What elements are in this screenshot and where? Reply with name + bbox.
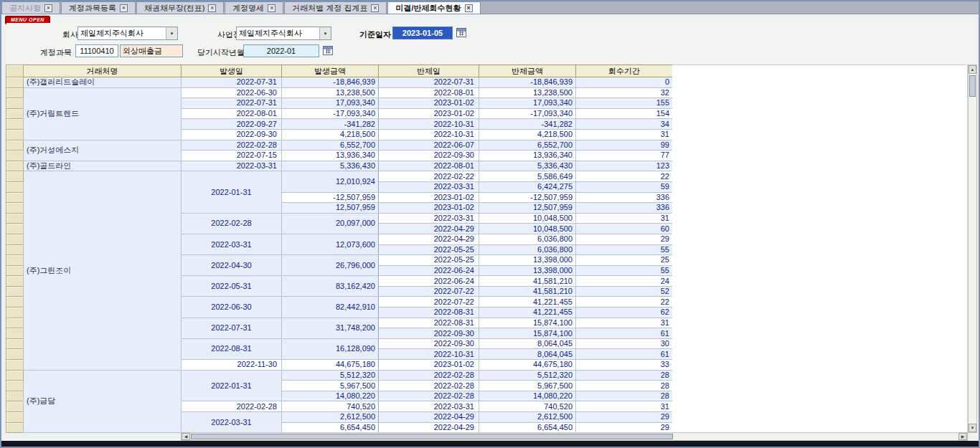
collection-period-cell[interactable]: 77 bbox=[576, 151, 673, 161]
row-header-cell[interactable] bbox=[6, 108, 24, 119]
settlement-amount-cell[interactable]: 6,036,800 bbox=[479, 244, 576, 255]
row-header-cell[interactable] bbox=[6, 297, 24, 308]
tab-close-icon[interactable]: × bbox=[371, 4, 379, 12]
issue-amount-cell[interactable]: 13,238,500 bbox=[282, 87, 379, 98]
settlement-amount-cell[interactable]: 740,520 bbox=[479, 401, 576, 412]
account-name-field[interactable] bbox=[120, 44, 183, 57]
base-date-input[interactable] bbox=[392, 27, 453, 39]
collection-period-cell[interactable]: 25 bbox=[576, 255, 673, 266]
column-header-collection-period[interactable]: 회수기간 bbox=[576, 65, 673, 77]
tab-5[interactable]: 미결/반제회수현황× bbox=[387, 1, 480, 14]
row-header-cell[interactable] bbox=[6, 234, 24, 244]
row-header-cell[interactable] bbox=[6, 87, 24, 98]
settlement-date-cell[interactable]: 2022-04-29 bbox=[379, 234, 479, 244]
customer-cell[interactable]: (주)거성에스지 bbox=[24, 140, 182, 161]
settlement-date-cell[interactable]: 2022-09-30 bbox=[379, 151, 479, 161]
issue-amount-cell[interactable]: -341,282 bbox=[282, 119, 379, 130]
tab-close-icon[interactable]: × bbox=[465, 4, 473, 12]
settlement-date-cell[interactable]: 2022-09-30 bbox=[379, 328, 479, 339]
customer-cell[interactable]: (주)금담 bbox=[24, 370, 182, 433]
row-header-cell[interactable] bbox=[6, 422, 24, 433]
collection-period-cell[interactable]: 31 bbox=[576, 318, 673, 328]
settlement-amount-cell[interactable]: 5,586,649 bbox=[479, 171, 576, 182]
column-header-issue-date[interactable]: 발생일 bbox=[182, 65, 282, 77]
issue-amount-cell[interactable]: 5,512,320 bbox=[282, 370, 379, 381]
settlement-date-cell[interactable]: 2022-04-29 bbox=[379, 224, 479, 234]
settlement-date-cell[interactable]: 2022-02-28 bbox=[379, 370, 479, 381]
issue-date-cell[interactable]: 2022-01-31 bbox=[182, 171, 282, 213]
settlement-date-cell[interactable]: 2022-02-22 bbox=[379, 171, 479, 182]
tab-close-icon[interactable]: × bbox=[268, 4, 275, 12]
settlement-date-cell[interactable]: 2022-05-25 bbox=[379, 244, 479, 255]
settlement-date-cell[interactable]: 2022-07-22 bbox=[379, 286, 479, 297]
collection-period-cell[interactable]: 29 bbox=[576, 422, 673, 433]
row-header-cell[interactable] bbox=[6, 129, 24, 140]
settlement-date-cell[interactable]: 2022-07-31 bbox=[379, 77, 479, 88]
settlement-amount-cell[interactable]: 5,336,430 bbox=[479, 161, 576, 171]
row-header-cell[interactable] bbox=[6, 349, 24, 360]
chevron-down-icon[interactable]: ▼ bbox=[166, 27, 177, 39]
settlement-date-cell[interactable]: 2022-03-31 bbox=[379, 181, 479, 192]
tab-close-icon[interactable]: × bbox=[44, 4, 52, 12]
issue-amount-cell[interactable]: 44,675,180 bbox=[282, 360, 379, 371]
settlement-date-cell[interactable]: 2022-08-31 bbox=[379, 308, 479, 318]
horizontal-scrollbar-thumb[interactable] bbox=[191, 434, 673, 439]
issue-amount-cell[interactable]: 83,162,420 bbox=[282, 276, 379, 297]
issue-date-cell[interactable]: 2022-09-27 bbox=[182, 119, 282, 130]
collection-period-cell[interactable]: 154 bbox=[576, 108, 673, 119]
issue-date-cell[interactable]: 2022-01-31 bbox=[182, 370, 282, 401]
collection-period-cell[interactable]: 28 bbox=[576, 370, 673, 381]
customer-cell[interactable]: (주)그린조이 bbox=[24, 171, 182, 370]
collection-period-cell[interactable]: 55 bbox=[576, 265, 673, 276]
collection-period-cell[interactable]: 29 bbox=[576, 412, 673, 423]
issue-amount-cell[interactable]: 14,080,220 bbox=[282, 391, 379, 401]
settlement-amount-cell[interactable]: 10,048,500 bbox=[479, 213, 576, 224]
tab-close-icon[interactable]: × bbox=[208, 4, 216, 12]
customer-cell[interactable]: (주)갤러리드슬레이 bbox=[24, 77, 182, 88]
settlement-date-cell[interactable]: 2022-04-29 bbox=[379, 412, 479, 423]
grid-corner-cell[interactable] bbox=[6, 65, 24, 77]
collection-period-cell[interactable]: 31 bbox=[576, 129, 673, 140]
row-header-cell[interactable] bbox=[6, 213, 24, 224]
issue-date-cell[interactable]: 2022-06-30 bbox=[182, 297, 282, 318]
tab-close-icon[interactable]: × bbox=[120, 4, 128, 12]
vertical-scrollbar-thumb[interactable] bbox=[969, 75, 976, 97]
settlement-date-cell[interactable]: 2022-06-07 bbox=[379, 140, 479, 151]
settlement-amount-cell[interactable]: 41,581,210 bbox=[479, 286, 576, 297]
issue-amount-cell[interactable]: -12,507,959 bbox=[282, 192, 379, 203]
issue-amount-cell[interactable]: 2,612,500 bbox=[282, 412, 379, 423]
issue-amount-cell[interactable]: -18,846,939 bbox=[282, 77, 379, 88]
row-header-cell[interactable] bbox=[6, 224, 24, 234]
settlement-date-cell[interactable]: 2022-02-28 bbox=[379, 381, 479, 391]
issue-amount-cell[interactable]: 12,073,600 bbox=[282, 234, 379, 254]
collection-period-cell[interactable]: 22 bbox=[576, 171, 673, 182]
settlement-amount-cell[interactable]: 4,218,500 bbox=[479, 129, 576, 140]
collection-period-cell[interactable]: 99 bbox=[576, 140, 673, 151]
row-header-cell[interactable] bbox=[6, 203, 24, 214]
issue-date-cell[interactable]: 2022-09-30 bbox=[182, 129, 282, 140]
collection-period-cell[interactable]: 31 bbox=[576, 213, 673, 224]
issue-amount-cell[interactable]: 13,936,340 bbox=[282, 151, 379, 161]
collection-period-cell[interactable]: 60 bbox=[576, 224, 673, 234]
issue-amount-cell[interactable]: 16,128,090 bbox=[282, 338, 379, 359]
settlement-date-cell[interactable]: 2022-10-31 bbox=[379, 349, 479, 360]
row-header-cell[interactable] bbox=[6, 244, 24, 255]
collection-period-cell[interactable]: 61 bbox=[576, 328, 673, 339]
settlement-amount-cell[interactable]: 8,064,045 bbox=[479, 338, 576, 349]
settlement-date-cell[interactable]: 2022-08-01 bbox=[379, 87, 479, 98]
settlement-amount-cell[interactable]: 13,398,000 bbox=[479, 265, 576, 276]
row-header-cell[interactable] bbox=[6, 412, 24, 423]
settlement-date-cell[interactable]: 2022-06-24 bbox=[379, 265, 479, 276]
settlement-date-cell[interactable]: 2023-01-02 bbox=[379, 192, 479, 203]
issue-amount-cell[interactable]: 31,748,200 bbox=[282, 318, 379, 338]
issue-date-cell[interactable]: 2022-02-28 bbox=[182, 213, 282, 234]
settlement-amount-cell[interactable]: 12,507,959 bbox=[479, 203, 576, 214]
row-header-cell[interactable] bbox=[6, 181, 24, 192]
collection-period-cell[interactable]: 24 bbox=[576, 276, 673, 287]
collection-period-cell[interactable]: 0 bbox=[576, 77, 673, 88]
issue-amount-cell[interactable]: 5,967,500 bbox=[282, 381, 379, 391]
issue-date-cell[interactable]: 2022-07-31 bbox=[182, 77, 282, 88]
scroll-left-icon[interactable]: ◀ bbox=[182, 433, 190, 440]
collection-period-cell[interactable]: 155 bbox=[576, 98, 673, 109]
tab-4[interactable]: 거래처별 계정 집계표× bbox=[284, 1, 387, 14]
